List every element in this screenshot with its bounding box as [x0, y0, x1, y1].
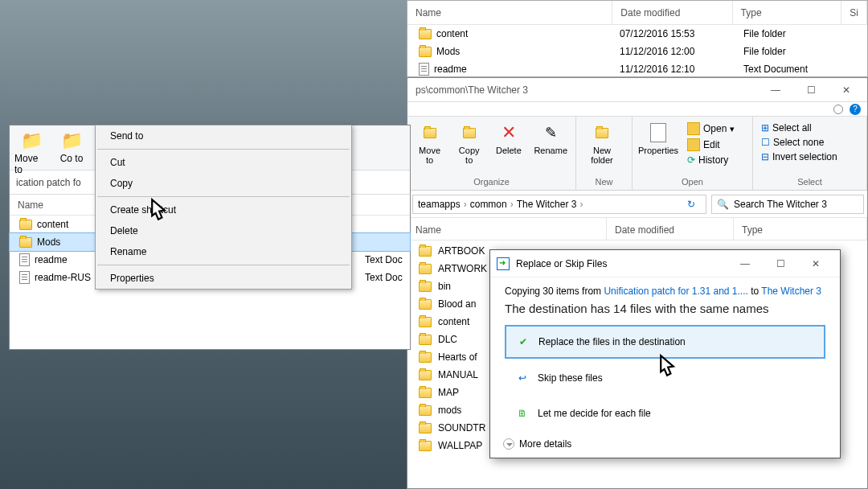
ribbon: Move to Copy to ✕Delete ✎Rename Organize…	[407, 117, 867, 191]
folder-icon: 📁	[59, 130, 84, 151]
search-input[interactable]: 🔍 Search The Witcher 3	[711, 195, 864, 214]
copy-dialog-icon	[497, 257, 510, 270]
open-button[interactable]: Open ▾	[686, 121, 736, 136]
group-label-open: Open	[639, 175, 746, 188]
column-type[interactable]: Type	[734, 218, 867, 240]
breadcrumb-path[interactable]: teamapps› common› The Witcher 3› ↻	[412, 195, 706, 214]
maximize-button[interactable]: ☐	[763, 253, 798, 275]
chevron-up-icon[interactable]	[833, 105, 843, 114]
option-decide[interactable]: 🗎Let me decide for each file	[505, 397, 825, 429]
column-name[interactable]: Name	[407, 1, 612, 24]
column-type[interactable]: Type	[733, 1, 842, 24]
chevron-down-icon	[503, 438, 514, 450]
folder-icon	[419, 264, 432, 274]
menu-rename[interactable]: Rename	[96, 241, 351, 262]
select-none-button[interactable]: ☐Select none	[760, 136, 839, 149]
folder-icon	[419, 405, 432, 416]
text-icon	[19, 253, 30, 266]
folder-icon	[419, 388, 432, 398]
folder-icon	[419, 281, 432, 292]
menu-send-to[interactable]: Send to	[96, 125, 351, 146]
cursor-icon	[653, 354, 681, 386]
folder-arrow-icon: 📁	[19, 130, 43, 151]
separator	[97, 149, 350, 150]
help-icon[interactable]: ?	[850, 104, 861, 115]
folder-icon	[419, 370, 432, 380]
maximize-button[interactable]: ☐	[793, 79, 829, 101]
column-size[interactable]: Si	[841, 1, 867, 24]
menu-create-shortcut[interactable]: Create shortcut	[96, 199, 351, 220]
refresh-icon[interactable]: ↻	[682, 199, 701, 210]
search-icon: 🔍	[717, 199, 729, 210]
close-button[interactable]: ✕	[798, 253, 833, 275]
edit-button[interactable]: Edit	[686, 138, 736, 152]
folder-icon	[419, 317, 432, 327]
delete-icon: ✕	[497, 121, 521, 144]
separator	[97, 265, 350, 265]
dialog-info-line: Copying 30 items from Unification patch …	[505, 286, 825, 297]
select-all-button[interactable]: ⊞Select all	[760, 121, 839, 134]
dialog-heading: The destination has 14 files with the sa…	[505, 302, 825, 315]
folder-icon	[419, 441, 432, 451]
table-row[interactable]: content07/12/2016 15:53File folder	[407, 25, 867, 43]
folder-icon	[19, 220, 32, 230]
main-column-headers: Name Date modified Type	[407, 218, 867, 240]
folder-icon	[419, 352, 432, 363]
table-row[interactable]: Mods11/12/2016 12:00File folder	[407, 43, 867, 60]
separator	[97, 196, 350, 197]
compare-icon: 🗎	[515, 406, 530, 421]
check-icon: ✔	[516, 335, 530, 349]
move-to-button[interactable]: 📁Move to	[13, 129, 50, 166]
column-date[interactable]: Date modified	[607, 218, 734, 240]
group-label-select: Select	[760, 175, 860, 188]
title-path: ps\common\The Witcher 3	[411, 84, 528, 96]
folder-icon	[419, 29, 432, 39]
more-details-toggle[interactable]: More details	[503, 438, 571, 450]
menu-delete[interactable]: Delete	[96, 220, 351, 241]
open-icon	[687, 122, 700, 135]
new-folder-icon	[596, 128, 608, 138]
dialog-titlebar[interactable]: Replace or Skip Files — ☐ ✕	[490, 250, 840, 277]
column-name[interactable]: Name	[407, 218, 607, 240]
folder-icon	[19, 237, 32, 248]
rename-button[interactable]: ✎Rename	[532, 120, 569, 157]
history-button[interactable]: ⟳History	[686, 154, 736, 166]
group-label-organize: Organize	[414, 175, 569, 188]
cursor-icon	[145, 198, 172, 230]
move-to-button[interactable]: Move to	[414, 120, 445, 166]
column-headers: Name Date modified Type Si	[407, 1, 867, 25]
folder-icon	[419, 423, 432, 434]
edit-icon	[687, 138, 700, 151]
folder-icon	[419, 299, 432, 310]
ribbon-collapse-row: ?	[407, 102, 867, 117]
minimize-button[interactable]: —	[727, 253, 763, 275]
context-menu: Send to Cut Copy Create shortcut Delete …	[95, 125, 352, 290]
copy-to-button[interactable]: Copy to	[453, 120, 485, 166]
delete-button[interactable]: ✕Delete	[493, 120, 524, 157]
copy-to-button[interactable]: 📁Co to	[53, 129, 90, 166]
folder-icon	[463, 128, 476, 138]
menu-copy[interactable]: Copy	[96, 173, 351, 194]
explorer-top-window: Name Date modified Type Si content07/12/…	[407, 0, 868, 77]
menu-cut[interactable]: Cut	[96, 152, 351, 173]
invert-selection-button[interactable]: ⊟Invert selection	[760, 150, 839, 163]
properties-button[interactable]: Properties	[639, 120, 678, 157]
table-row[interactable]: readme11/12/2016 12:10Text Document	[407, 60, 867, 78]
group-label-new: New	[583, 175, 625, 188]
skip-icon: ↩	[515, 371, 530, 385]
breadcrumb-bar: teamapps› common› The Witcher 3› ↻ 🔍 Sea…	[407, 191, 867, 218]
properties-icon	[650, 123, 666, 142]
new-folder-button[interactable]: New folder	[583, 120, 621, 166]
column-date[interactable]: Date modified	[612, 1, 732, 24]
folder-icon	[424, 128, 436, 138]
close-button[interactable]: ✕	[829, 79, 864, 101]
folder-icon	[419, 47, 432, 57]
watermark: UGETFIX	[801, 473, 862, 486]
folder-icon	[419, 335, 432, 345]
folder-icon	[419, 246, 432, 257]
source-link[interactable]: Unification patch for 1.31 and 1....	[604, 286, 747, 297]
minimize-button[interactable]: —	[758, 79, 793, 101]
menu-properties[interactable]: Properties	[96, 268, 351, 289]
dest-link[interactable]: The Witcher 3	[761, 286, 821, 297]
titlebar[interactable]: ps\common\The Witcher 3 — ☐ ✕	[407, 78, 867, 102]
